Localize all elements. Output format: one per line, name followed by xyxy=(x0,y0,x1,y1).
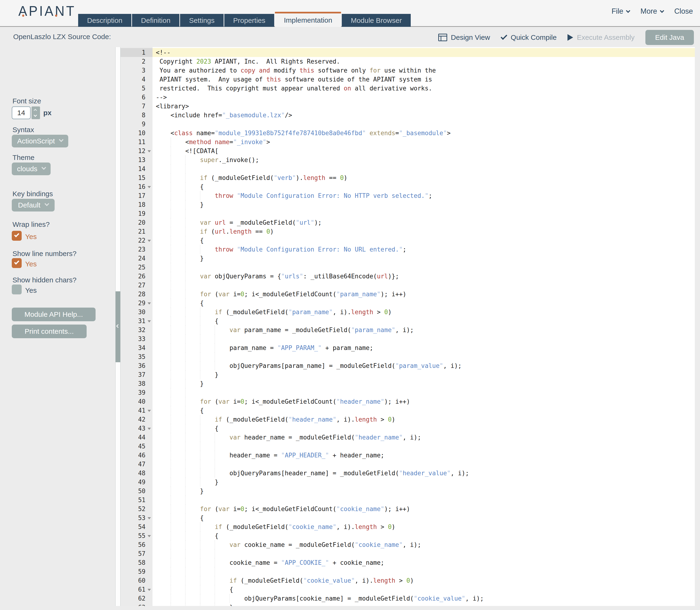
gutter-line-30[interactable]: 30 xyxy=(120,308,152,317)
code-line-7[interactable]: <library> xyxy=(152,102,695,111)
code-line-43[interactable]: { xyxy=(152,424,695,433)
gutter-line-20[interactable]: 20 xyxy=(120,218,152,227)
gutter-line-17[interactable]: 17 xyxy=(120,191,152,200)
gutter-line-24[interactable]: 24 xyxy=(120,254,152,263)
edit-java-button[interactable]: Edit Java xyxy=(645,30,694,45)
chevron-up-icon[interactable] xyxy=(34,109,37,112)
code-line-28[interactable]: for (var i=0; i<_moduleGetFieldCount("pa… xyxy=(152,290,695,299)
chevron-down-icon[interactable] xyxy=(34,113,37,117)
gutter-line-3[interactable]: 3 xyxy=(120,66,152,75)
code-line-9[interactable] xyxy=(152,119,695,129)
gutter-line-53[interactable]: 53 xyxy=(120,513,152,523)
wrap-lines-checkbox[interactable] xyxy=(12,231,22,241)
code-line-55[interactable]: { xyxy=(152,531,695,540)
gutter-line-31[interactable]: 31 xyxy=(120,317,152,325)
gutter-line-56[interactable]: 56 xyxy=(120,540,152,549)
fold-icon[interactable] xyxy=(148,186,151,188)
gutter-line-33[interactable]: 33 xyxy=(120,334,152,343)
code-line-57[interactable] xyxy=(152,549,695,558)
show-hidden-chars-checkbox[interactable] xyxy=(12,285,22,294)
code-line-49[interactable]: } xyxy=(152,478,695,486)
code-line-53[interactable]: { xyxy=(152,513,695,523)
code-line-39[interactable] xyxy=(152,388,695,397)
code-line-5[interactable]: restricted. This copyright must appear u… xyxy=(152,84,695,93)
theme-dropdown[interactable]: clouds xyxy=(12,162,51,175)
code-line-63[interactable]: } xyxy=(152,603,695,606)
gutter-line-22[interactable]: 22 xyxy=(120,236,152,245)
code-line-45[interactable] xyxy=(152,442,695,451)
code-line-29[interactable]: { xyxy=(152,299,695,308)
code-line-18[interactable]: } xyxy=(152,200,695,209)
code-line-11[interactable]: <method name="_invoke"> xyxy=(152,138,695,146)
gutter-line-23[interactable]: 23 xyxy=(120,245,152,254)
code-line-19[interactable] xyxy=(152,209,695,218)
fold-icon[interactable] xyxy=(148,589,151,591)
gutter-line-11[interactable]: 11 xyxy=(120,138,152,146)
gutter-line-2[interactable]: 2 xyxy=(120,57,152,66)
code-line-21[interactable]: if (url.length == 0) xyxy=(152,227,695,236)
gutter-line-14[interactable]: 14 xyxy=(120,164,152,173)
code-line-34[interactable]: param_name = "APP_PARAM_" + param_name; xyxy=(152,343,695,352)
code-line-54[interactable]: if (_moduleGetField("cookie_name", i).le… xyxy=(152,523,695,531)
code-line-12[interactable]: <![CDATA[ xyxy=(152,146,695,156)
code-line-1[interactable]: <!-- xyxy=(152,48,695,57)
fold-icon[interactable] xyxy=(148,535,151,537)
code-line-61[interactable]: { xyxy=(152,585,695,594)
close-button[interactable]: Close xyxy=(674,7,693,16)
code-line-40[interactable]: for (var i=0; i<_moduleGetFieldCount("he… xyxy=(152,397,695,406)
fold-icon[interactable] xyxy=(148,428,151,430)
gutter-line-39[interactable]: 39 xyxy=(120,388,152,397)
fold-icon[interactable] xyxy=(148,150,151,152)
gutter-line-40[interactable]: 40 xyxy=(120,397,152,406)
code-line-17[interactable]: throw "Module Configuration Error: No HT… xyxy=(152,191,695,200)
code-line-16[interactable]: { xyxy=(152,182,695,191)
code-line-8[interactable]: <include href="_basemodule.lzx"/> xyxy=(152,111,695,119)
code-line-32[interactable]: var param_name = _moduleGetField("param_… xyxy=(152,325,695,334)
code-line-48[interactable]: objQueryParams[header_name] = _moduleGet… xyxy=(152,469,695,478)
gutter-line-25[interactable]: 25 xyxy=(120,263,152,272)
key-bindings-dropdown[interactable]: Default xyxy=(12,199,55,211)
tab-definition[interactable]: Definition xyxy=(132,14,179,27)
module-api-help-button[interactable]: Module API Help... xyxy=(12,308,96,321)
code-line-42[interactable]: if (_moduleGetField("header_name", i).le… xyxy=(152,415,695,424)
sidebar-splitter[interactable] xyxy=(115,47,120,606)
gutter-line-60[interactable]: 60 xyxy=(120,576,152,585)
gutter-line-54[interactable]: 54 xyxy=(120,523,152,531)
code-line-27[interactable] xyxy=(152,281,695,290)
gutter-line-47[interactable]: 47 xyxy=(120,460,152,469)
gutter-line-57[interactable]: 57 xyxy=(120,549,152,558)
tab-settings[interactable]: Settings xyxy=(180,14,223,27)
font-size-input[interactable] xyxy=(12,107,31,119)
gutter-line-7[interactable]: 7 xyxy=(120,102,152,111)
code-line-2[interactable]: Copyright 2023 APIANT, Inc. All Rights R… xyxy=(152,57,695,66)
gutter-line-62[interactable]: 62 xyxy=(120,594,152,603)
gutter-line-48[interactable]: 48 xyxy=(120,469,152,478)
gutter-line-32[interactable]: 32 xyxy=(120,325,152,334)
gutter-line-42[interactable]: 42 xyxy=(120,415,152,424)
gutter-line-38[interactable]: 38 xyxy=(120,379,152,388)
gutter-line-9[interactable]: 9 xyxy=(120,119,152,129)
gutter-line-26[interactable]: 26 xyxy=(120,272,152,281)
gutter-line-58[interactable]: 58 xyxy=(120,558,152,567)
code-line-52[interactable]: for (var i=0; i<_moduleGetFieldCount("co… xyxy=(152,504,695,513)
tab-description[interactable]: Description xyxy=(78,14,131,27)
gutter-line-10[interactable]: 10 xyxy=(120,129,152,138)
file-menu[interactable]: File xyxy=(612,7,630,16)
gutter-line-5[interactable]: 5 xyxy=(120,84,152,93)
gutter-line-15[interactable]: 15 xyxy=(120,173,152,182)
fold-icon[interactable] xyxy=(148,240,151,242)
more-menu[interactable]: More xyxy=(640,7,664,16)
fold-icon[interactable] xyxy=(148,517,151,519)
code-line-44[interactable]: var header_name = _moduleGetField("heade… xyxy=(152,433,695,442)
gutter-line-29[interactable]: 29 xyxy=(120,299,152,308)
code-line-22[interactable]: { xyxy=(152,236,695,245)
gutter-line-61[interactable]: 61 xyxy=(120,585,152,594)
code-line-23[interactable]: throw "Module Configuration Error: No UR… xyxy=(152,245,695,254)
gutter-line-4[interactable]: 4 xyxy=(120,75,152,84)
gutter-line-13[interactable]: 13 xyxy=(120,156,152,164)
tab-implementation[interactable]: Implementation xyxy=(275,12,341,27)
code-line-10[interactable]: <class name="module_19931e8b752f4fe78741… xyxy=(152,129,695,138)
code-line-38[interactable]: } xyxy=(152,379,695,388)
gutter-line-49[interactable]: 49 xyxy=(120,478,152,486)
code-line-50[interactable]: } xyxy=(152,486,695,496)
